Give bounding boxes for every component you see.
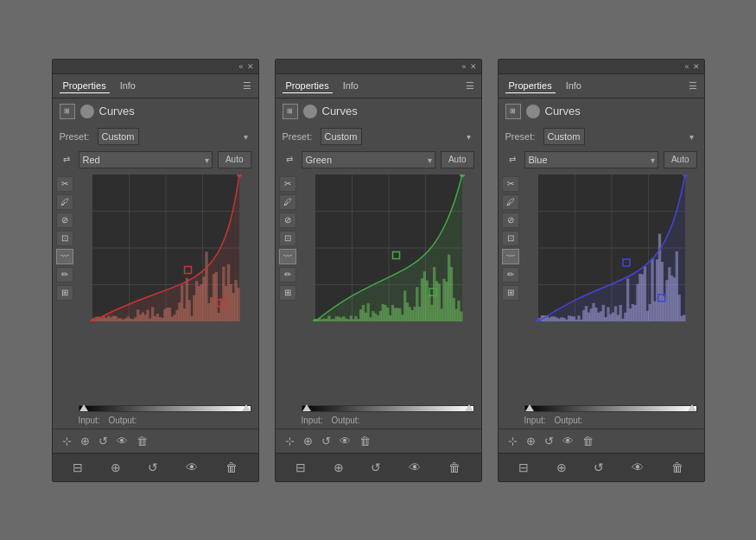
slider-thumb-right[interactable]	[465, 404, 473, 411]
panel-titlebar: « ✕	[276, 60, 481, 74]
add-icon[interactable]: ⊕	[330, 459, 347, 476]
curves-grid-icon: ⊞	[283, 104, 298, 119]
close-btn[interactable]: ✕	[470, 62, 477, 71]
tab-properties[interactable]: Properties	[60, 79, 110, 93]
slider-thumb-right[interactable]	[242, 404, 251, 411]
output-label: Output:	[332, 416, 360, 425]
curves-circle-icon	[80, 105, 94, 118]
undo-icon[interactable]: ↺	[367, 459, 384, 476]
panel-footer: ⊟⊕↺👁🗑	[276, 453, 481, 481]
auto-button[interactable]: Auto	[218, 151, 251, 168]
reset-icon[interactable]: ↺	[542, 433, 556, 449]
preset-label: Preset:	[505, 131, 538, 142]
output-label: Output:	[555, 416, 583, 425]
add-icon[interactable]: ⊕	[553, 459, 570, 476]
channel-select[interactable]: Green	[302, 151, 435, 168]
panel-menu-icon[interactable]: ☰	[466, 80, 474, 92]
tool-btn-4[interactable]: 〰	[502, 249, 519, 264]
channel-select[interactable]: Red	[79, 151, 213, 168]
panel-header: PropertiesInfo☰	[53, 74, 258, 98]
undo-icon[interactable]: ↺	[144, 459, 162, 476]
slider-thumb-left[interactable]	[79, 404, 88, 411]
preset-label: Preset:	[60, 131, 92, 142]
eye-icon[interactable]: 👁	[405, 459, 424, 476]
collapse-btn[interactable]: «	[684, 62, 689, 71]
eye-icon[interactable]: 👁	[182, 459, 201, 476]
tool-btn-6[interactable]: ⊞	[502, 285, 519, 301]
slider-thumb-right[interactable]	[688, 404, 696, 411]
panel-menu-icon[interactable]: ☰	[689, 80, 697, 92]
add-adjustment-icon[interactable]: ⊹	[60, 433, 74, 449]
link-icon[interactable]: ⊕	[524, 433, 538, 449]
delete-icon[interactable]: 🗑	[134, 433, 150, 449]
panel-menu-icon[interactable]: ☰	[243, 80, 251, 92]
tab-info[interactable]: Info	[562, 79, 585, 92]
tool-btn-6[interactable]: ⊞	[56, 285, 73, 301]
close-btn[interactable]: ✕	[693, 62, 700, 71]
delete-icon[interactable]: 🗑	[357, 433, 373, 449]
preset-select[interactable]: Custom	[321, 128, 362, 145]
auto-button[interactable]: Auto	[664, 151, 697, 168]
tool-btn-4[interactable]: 〰	[56, 249, 73, 264]
panel-blue: « ✕ PropertiesInfo☰ ⊞ Curves Preset: Cus…	[498, 59, 705, 482]
tab-properties[interactable]: Properties	[505, 79, 556, 93]
tool-btn-0[interactable]: ✂	[56, 176, 73, 192]
preset-select[interactable]: Custom	[98, 128, 139, 145]
trash-icon[interactable]: 🗑	[222, 459, 241, 476]
tool-btn-1[interactable]: 🖊	[56, 194, 73, 210]
tool-btn-4[interactable]: 〰	[279, 249, 296, 264]
preset-row: Preset: Custom	[276, 124, 481, 149]
tool-btn-3[interactable]: ⊡	[56, 231, 73, 246]
eye-icon[interactable]: 👁	[628, 459, 647, 476]
tab-info[interactable]: Info	[340, 79, 362, 92]
tool-btn-0[interactable]: ✂	[502, 176, 519, 192]
auto-button[interactable]: Auto	[441, 151, 474, 168]
trash-icon[interactable]: 🗑	[668, 459, 687, 476]
tool-btn-1[interactable]: 🖊	[502, 194, 519, 210]
tool-btn-2[interactable]: ⊘	[502, 213, 519, 228]
slider-thumb-left[interactable]	[525, 404, 534, 411]
collapse-btn[interactable]: «	[238, 62, 243, 71]
add-adjustment-icon[interactable]: ⊹	[283, 433, 297, 449]
new-layer-icon[interactable]: ⊟	[69, 459, 86, 476]
tool-btn-5[interactable]: ✏	[279, 267, 296, 283]
tool-btn-1[interactable]: 🖊	[279, 194, 296, 210]
tool-btn-5[interactable]: ✏	[502, 267, 519, 283]
visibility-icon[interactable]: 👁	[560, 433, 576, 449]
slider-thumb-left[interactable]	[302, 404, 311, 411]
tool-btn-3[interactable]: ⊡	[279, 231, 296, 246]
tool-btn-6[interactable]: ⊞	[279, 285, 296, 301]
tab-info[interactable]: Info	[117, 79, 139, 92]
new-layer-icon[interactable]: ⊟	[292, 459, 309, 476]
preset-select[interactable]: Custom	[543, 128, 585, 145]
add-adjustment-icon[interactable]: ⊹	[505, 433, 520, 449]
undo-icon[interactable]: ↺	[590, 459, 607, 476]
curves-header: ⊞ Curves	[499, 98, 704, 124]
reset-icon[interactable]: ↺	[96, 433, 111, 449]
close-btn[interactable]: ✕	[247, 62, 254, 71]
collapse-btn[interactable]: «	[461, 62, 466, 71]
bottom-icons-row: ⊹⊕↺👁🗑	[499, 429, 704, 453]
tool-btn-3[interactable]: ⊡	[502, 231, 519, 246]
delete-icon[interactable]: 🗑	[580, 433, 596, 449]
tool-btn-2[interactable]: ⊘	[279, 213, 296, 228]
io-row: Input: Output:	[53, 414, 258, 429]
link-icon[interactable]: ⊕	[78, 433, 92, 449]
link-icon[interactable]: ⊕	[301, 433, 315, 449]
tool-btn-2[interactable]: ⊘	[56, 213, 73, 228]
tab-properties[interactable]: Properties	[283, 79, 333, 93]
tool-btn-5[interactable]: ✏	[56, 267, 73, 283]
new-layer-icon[interactable]: ⊟	[515, 459, 532, 476]
preset-select-wrapper: Custom	[321, 128, 474, 145]
visibility-icon[interactable]: 👁	[114, 433, 130, 449]
add-icon[interactable]: ⊕	[107, 459, 124, 476]
curves-circle-icon	[303, 105, 317, 118]
tool-btn-0[interactable]: ✂	[279, 176, 296, 192]
reset-icon[interactable]: ↺	[319, 433, 334, 449]
channel-select[interactable]: Blue	[524, 151, 658, 168]
trash-icon[interactable]: 🗑	[445, 459, 464, 476]
visibility-icon[interactable]: 👁	[337, 433, 353, 449]
bottom-icons-row: ⊹⊕↺👁🗑	[53, 429, 258, 453]
channel-row: ⇄ Blue Auto	[499, 149, 704, 171]
output-label: Output:	[109, 416, 137, 425]
